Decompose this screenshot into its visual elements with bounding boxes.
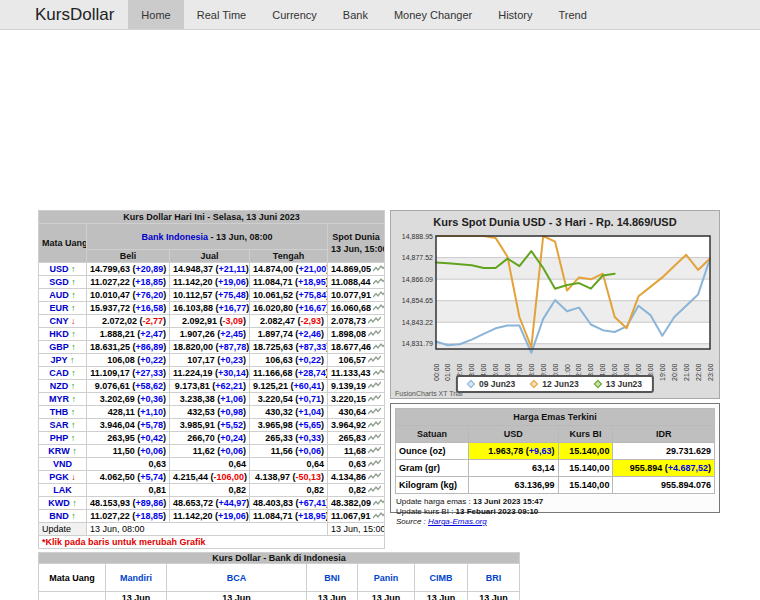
kurs-row-VND[interactable]: VND0,630,640,640,63 [39, 458, 385, 471]
cell-HKD-jual: 1.907,26 (+2,45) [170, 328, 250, 341]
legend-item[interactable]: 09 Jun23 [468, 379, 515, 389]
spot-line-chart[interactable]: 14,888.9514,877.5214,866.0914,854.6514,8… [394, 233, 718, 383]
bank-link-bri[interactable]: BRI [486, 573, 502, 583]
bank-link-bni[interactable]: BNI [324, 573, 340, 583]
kurs-row-SAR[interactable]: SAR ↑3.946,04 (+5,78)3.985,91 (+5,52)3.9… [39, 419, 385, 432]
kurs-row-AUD[interactable]: AUD ↑10.010,47 (+76,20)10.112,57 (+75,48… [39, 289, 385, 302]
kurs-row-HKD[interactable]: HKD ↑1.888,21 (+2,47)1.907,26 (+2,45)1.8… [39, 328, 385, 341]
nav-item-currency[interactable]: Currency [259, 0, 330, 29]
sparkline-icon[interactable] [373, 511, 385, 520]
kurs-row-CNY[interactable]: CNY ↓2.072,02 (-2,77)2.092,91 (-3,09)2.0… [39, 315, 385, 328]
kurs-row-GBP[interactable]: GBP ↑18.631,25 (+86,89)18.820,00 (+87,78… [39, 341, 385, 354]
cell-BND-beli: 11.027,22 (+18,85) [87, 510, 170, 523]
kurs-row-SGD[interactable]: SGD ↑11.027,22 (+18,85)11.142,20 (+19,06… [39, 276, 385, 289]
kurs-row-PGK[interactable]: PGK ↓4.062,50 (+5,74)4.215,44 (-106,00)4… [39, 471, 385, 484]
sparkline-icon[interactable] [368, 446, 381, 455]
cell-SAR-beli: 3.946,04 (+5,78) [87, 419, 170, 432]
bank-link-mandiri[interactable]: Mandiri [120, 573, 152, 583]
currency-link-BND[interactable]: BND [49, 511, 69, 521]
sparkline-icon[interactable] [373, 277, 385, 286]
currency-link-SAR[interactable]: SAR [49, 420, 68, 430]
bank-link-panin[interactable]: Panin [374, 573, 399, 583]
nav-item-history[interactable]: History [485, 0, 545, 29]
sparkline-icon[interactable] [368, 472, 381, 481]
sparkline-icon[interactable] [373, 303, 385, 312]
site-logo[interactable]: KursDollar [35, 0, 114, 29]
sparkline-icon[interactable] [373, 498, 385, 507]
sparkline-icon[interactable] [373, 368, 385, 377]
kurs-row-JPY[interactable]: JPY ↑106,08 (+0,22)107,17 (+0,23)106,63 … [39, 354, 385, 367]
kurs-row-CAD[interactable]: CAD ↑11.109,17 (+27,33)11.224,19 (+30,14… [39, 367, 385, 380]
kurs-row-USD[interactable]: USD ↑14.799,63 (+20,89)14.948,37 (+21,11… [39, 263, 385, 276]
sparkline-icon[interactable] [373, 290, 385, 299]
nav-item-bank[interactable]: Bank [330, 0, 381, 29]
kurs-row-LAK[interactable]: LAK0,810,820,820,82 [39, 484, 385, 497]
currency-link-LAK[interactable]: LAK [53, 485, 72, 495]
currency-link-CNY[interactable]: CNY [50, 316, 69, 326]
cell-KRW-jual: 11,62 (+0,06) [170, 445, 250, 458]
nav-item-money-changer[interactable]: Money Changer [381, 0, 485, 29]
cell-LAK-tengah: 0,82 [250, 484, 328, 497]
nav-item-home[interactable]: Home [128, 0, 183, 29]
trend-up-icon: ↑ [69, 420, 76, 430]
legend-item[interactable]: 12 Jun23 [531, 379, 578, 389]
bank-link-cimb[interactable]: CIMB [430, 573, 453, 583]
trend-up-icon: ↑ [68, 381, 75, 391]
currency-link-KRW[interactable]: KRW [48, 446, 69, 456]
currency-link-CAD[interactable]: CAD [49, 368, 69, 378]
sparkline-icon[interactable] [373, 264, 385, 273]
sparkline-icon[interactable] [373, 342, 385, 351]
kurs-row-KWD[interactable]: KWD ↑48.153,93 (+89,86)48.653,72 (+44,97… [39, 497, 385, 510]
sparkline-icon[interactable] [368, 394, 381, 403]
kurs-row-KRW[interactable]: KRW ↑11,50 (+0,06)11,62 (+0,06)11,56 (+0… [39, 445, 385, 458]
gold-value-cell: 15.140,00 [558, 443, 613, 460]
sparkline-icon[interactable] [368, 381, 381, 390]
currency-link-KWD[interactable]: KWD [48, 498, 70, 508]
cell-MYR-tengah: 3.220,54 (+0,71) [250, 393, 328, 406]
nav-item-trend[interactable]: Trend [545, 0, 599, 29]
source-link[interactable]: Harga-Emas.org [428, 517, 487, 526]
currency-cell-PGK: PGK ↓ [39, 471, 87, 484]
currency-link-SGD[interactable]: SGD [49, 277, 69, 287]
cell-PGK-tengah: 4.138,97 (-50,13) [250, 471, 328, 484]
currency-link-JPY[interactable]: JPY [51, 355, 68, 365]
cell-JPY-tengah: 106,63 (+0,22) [250, 354, 328, 367]
sparkline-icon[interactable] [368, 329, 381, 338]
currency-link-USD[interactable]: USD [49, 264, 68, 274]
kurs-row-BND[interactable]: BND ↑11.027,22 (+18,85)11.142,20 (+19,06… [39, 510, 385, 523]
bank-link-bca[interactable]: BCA [227, 573, 247, 583]
trend-up-icon: ↑ [69, 303, 76, 313]
cell-USD-jual: 14.948,37 (+21,11) [170, 263, 250, 276]
sparkline-icon[interactable] [368, 433, 381, 442]
currency-link-HKD[interactable]: HKD [49, 329, 69, 339]
sparkline-icon[interactable] [368, 485, 381, 494]
kurs-row-EUR[interactable]: EUR ↑15.937,72 (+16,58)16.103,88 (+16,77… [39, 302, 385, 315]
kurs-row-PHP[interactable]: PHP ↑263,95 (+0,42)266,70 (+0,24)265,33 … [39, 432, 385, 445]
legend-item[interactable]: 13 Jun23 [595, 379, 642, 389]
currency-link-GBP[interactable]: GBP [49, 342, 68, 352]
cell-LAK-jual: 0,82 [170, 484, 250, 497]
cell-AUD-tengah: 10.061,52 (+75,84) [250, 289, 328, 302]
currency-link-VND[interactable]: VND [53, 459, 72, 469]
svg-text:00:00: 00:00 [433, 363, 440, 381]
bank-indonesia-link[interactable]: Bank Indonesia [141, 232, 208, 242]
currency-link-MYR[interactable]: MYR [49, 394, 69, 404]
kurs-row-MYR[interactable]: MYR ↑3.202,69 (+0,36)3.238,38 (+1,06)3.2… [39, 393, 385, 406]
currency-link-THB[interactable]: THB [50, 407, 69, 417]
sparkline-icon[interactable] [368, 355, 381, 364]
sparkline-icon[interactable] [368, 420, 381, 429]
currency-link-PGK[interactable]: PGK [49, 472, 69, 482]
currency-link-NZD[interactable]: NZD [50, 381, 69, 391]
cell-HKD-beli: 1.888,21 (+2,47) [87, 328, 170, 341]
currency-link-PHP[interactable]: PHP [50, 433, 68, 443]
sparkline-icon[interactable] [368, 459, 381, 468]
sparkline-icon[interactable] [368, 407, 381, 416]
sparkline-icon[interactable] [368, 316, 381, 325]
kurs-row-NZD[interactable]: NZD ↑9.076,61 (+58,62)9.173,81 (+62,21)9… [39, 380, 385, 393]
currency-link-AUD[interactable]: AUD [49, 290, 69, 300]
currency-link-EUR[interactable]: EUR [49, 303, 68, 313]
nav-item-real-time[interactable]: Real Time [184, 0, 260, 29]
cell-BND-tengah: 11.084,71 (+18,95) [250, 510, 328, 523]
cell-MYR-spot: 3.220,15 [328, 393, 385, 406]
kurs-row-THB[interactable]: THB ↑428,11 (+1,10)432,53 (+0,98)430,32 … [39, 406, 385, 419]
